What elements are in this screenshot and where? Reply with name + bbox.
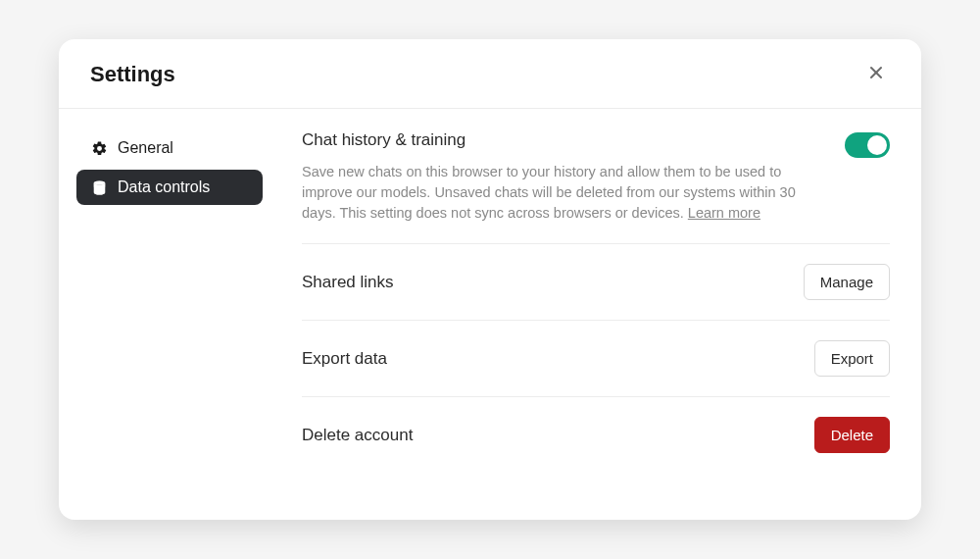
close-button[interactable] — [862, 61, 890, 88]
section-left: Chat history & training Save new chats o… — [302, 130, 845, 224]
sidebar-item-label: General — [118, 139, 173, 157]
settings-sidebar: General Data controls — [76, 130, 263, 520]
section-title: Shared links — [302, 273, 394, 292]
sidebar-item-general[interactable]: General — [76, 130, 263, 166]
section-chat-history: Chat history & training Save new chats o… — [302, 130, 890, 244]
learn-more-link[interactable]: Learn more — [688, 205, 760, 221]
sidebar-item-label: Data controls — [118, 178, 210, 196]
modal-body: General Data controls Chat history & tra… — [59, 109, 921, 520]
settings-content: Chat history & training Save new chats o… — [263, 130, 890, 520]
section-title: Chat history & training — [302, 130, 825, 150]
chat-history-toggle[interactable] — [845, 132, 890, 158]
section-shared-links: Shared links Manage — [302, 244, 890, 321]
settings-modal: Settings General Data controls — [59, 39, 921, 520]
section-title: Export data — [302, 349, 387, 369]
section-delete-account: Delete account Delete — [302, 397, 890, 473]
export-button[interactable]: Export — [814, 340, 890, 377]
section-description: Save new chats on this browser to your h… — [302, 162, 825, 224]
sidebar-item-data-controls[interactable]: Data controls — [76, 170, 263, 205]
delete-button[interactable]: Delete — [814, 417, 890, 453]
svg-point-4 — [93, 180, 104, 184]
manage-button[interactable]: Manage — [804, 264, 890, 300]
section-export-data: Export data Export — [302, 321, 890, 397]
gear-icon — [90, 139, 108, 157]
section-title: Delete account — [302, 426, 413, 445]
close-icon — [868, 65, 884, 84]
modal-title: Settings — [90, 62, 175, 87]
database-icon — [90, 178, 108, 196]
modal-header: Settings — [59, 39, 921, 109]
toggle-knob — [867, 135, 887, 155]
